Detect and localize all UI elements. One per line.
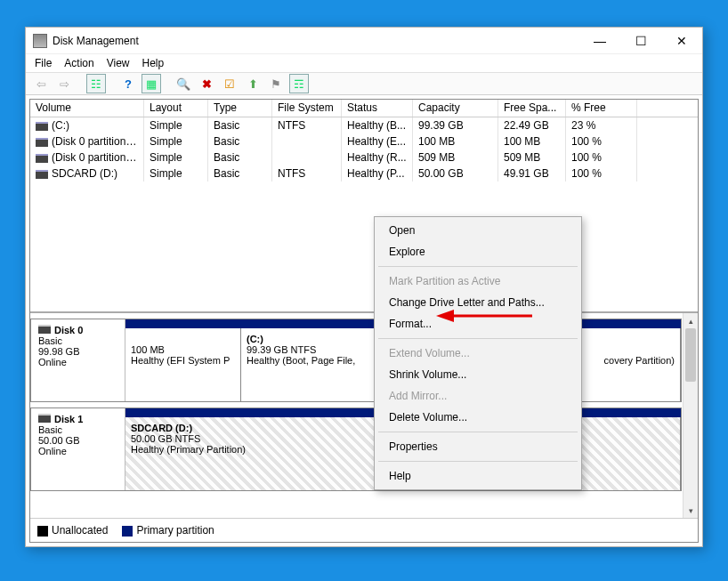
col-type[interactable]: Type bbox=[208, 100, 272, 117]
delete-icon[interactable]: ✖ bbox=[197, 74, 216, 93]
col-capacity[interactable]: Capacity bbox=[413, 100, 498, 117]
disk-1-state: Online bbox=[38, 446, 67, 456]
disk-1-type: Basic bbox=[38, 424, 62, 435]
cm-add-mirror: Add Mirror... bbox=[376, 385, 579, 407]
disk-0-label[interactable]: Disk 0 Basic 99.98 GB Online bbox=[31, 319, 125, 401]
volume-row[interactable]: (Disk 0 partition 1)SimpleBasicHealthy (… bbox=[30, 133, 698, 149]
disk-graphic-area: ▴ ▾ Disk 0 Basic 99.98 GB Online 100 MB … bbox=[30, 313, 698, 518]
table-icon[interactable]: ☷ bbox=[86, 74, 106, 93]
cm-delete[interactable]: Delete Volume... bbox=[376, 407, 579, 428]
col-fs[interactable]: File System bbox=[272, 100, 342, 117]
disk-icon bbox=[38, 414, 51, 423]
volume-row[interactable]: (Disk 0 partition 4)SimpleBasicHealthy (… bbox=[30, 149, 698, 165]
menu-view[interactable]: View bbox=[107, 57, 130, 69]
volume-icon bbox=[36, 154, 48, 163]
disk-row-0: Disk 0 Basic 99.98 GB Online 100 MB Heal… bbox=[30, 319, 682, 402]
disk-0-part-1[interactable]: 100 MB Healthy (EFI System P bbox=[125, 328, 241, 401]
disk-0-title: Disk 0 bbox=[54, 325, 83, 335]
disk-row-1: Disk 1 Basic 50.00 GB Online SDCARD (D:)… bbox=[30, 408, 682, 491]
disk-1-size: 50.00 GB bbox=[38, 435, 79, 446]
cm-sep bbox=[378, 338, 578, 339]
cm-mark-active: Mark Partition as Active bbox=[376, 270, 579, 292]
col-layout[interactable]: Layout bbox=[144, 100, 208, 117]
disk-0-size: 99.98 GB bbox=[38, 346, 79, 357]
disk-0-part-3[interactable]: covery Partition) bbox=[576, 328, 681, 401]
menu-help[interactable]: Help bbox=[142, 57, 165, 69]
cm-sep bbox=[378, 266, 578, 267]
cm-explore[interactable]: Explore bbox=[376, 241, 579, 262]
toolbar: ⇦ ⇨ ☷ ? ▦ 🔍 ✖ ☑ ⬆ ⚑ ☶ bbox=[26, 72, 702, 95]
scroll-thumb[interactable] bbox=[685, 328, 696, 382]
cm-properties[interactable]: Properties bbox=[376, 436, 579, 457]
col-pct[interactable]: % Free bbox=[566, 100, 637, 117]
flag-icon[interactable]: ⚑ bbox=[266, 74, 286, 93]
close-button[interactable]: ✕ bbox=[661, 28, 702, 54]
cm-shrink[interactable]: Shrink Volume... bbox=[376, 364, 579, 385]
find-icon[interactable]: 🔍 bbox=[174, 74, 193, 93]
cm-change-letter[interactable]: Change Drive Letter and Paths... bbox=[376, 292, 579, 313]
app-icon bbox=[33, 34, 47, 48]
volume-icon bbox=[36, 138, 48, 147]
maximize-button[interactable]: ☐ bbox=[620, 28, 661, 54]
scrollbar[interactable]: ▴ ▾ bbox=[683, 313, 698, 518]
disk-1-label[interactable]: Disk 1 Basic 50.00 GB Online bbox=[31, 408, 125, 490]
disk-0-type: Basic bbox=[38, 335, 62, 346]
cm-sep bbox=[378, 461, 578, 462]
forward-arrow-icon[interactable]: ⇨ bbox=[54, 74, 74, 93]
up-icon[interactable]: ⬆ bbox=[243, 74, 263, 93]
grid-icon[interactable]: ▦ bbox=[142, 74, 161, 93]
cm-extend: Extend Volume... bbox=[376, 343, 579, 364]
disk-icon bbox=[38, 325, 51, 334]
titlebar: Disk Management — ☐ ✕ bbox=[26, 28, 702, 54]
disk-1-title: Disk 1 bbox=[54, 414, 83, 424]
volume-row[interactable]: (C:)SimpleBasicNTFSHealthy (B...99.39 GB… bbox=[30, 117, 698, 133]
disk-management-window: Disk Management — ☐ ✕ File Action View H… bbox=[25, 27, 703, 547]
back-arrow-icon[interactable]: ⇦ bbox=[31, 74, 51, 93]
cm-help[interactable]: Help bbox=[376, 465, 579, 487]
window-title: Disk Management bbox=[53, 35, 579, 47]
volume-table: Volume Layout Type File System Status Ca… bbox=[30, 100, 698, 313]
volume-icon bbox=[36, 170, 48, 179]
col-volume[interactable]: Volume bbox=[30, 100, 144, 117]
content-pane: Volume Layout Type File System Status Ca… bbox=[29, 99, 699, 543]
col-free[interactable]: Free Spa... bbox=[498, 100, 566, 117]
cm-format[interactable]: Format... bbox=[376, 313, 579, 335]
menu-file[interactable]: File bbox=[35, 57, 52, 69]
context-menu: Open Explore Mark Partition as Active Ch… bbox=[374, 216, 582, 490]
minimize-button[interactable]: — bbox=[579, 28, 620, 54]
scroll-down-icon[interactable]: ▾ bbox=[684, 503, 698, 518]
cm-open[interactable]: Open bbox=[376, 220, 579, 241]
legend: Unallocated Primary partition bbox=[30, 518, 698, 542]
volume-row[interactable]: SDCARD (D:)SimpleBasicNTFSHealthy (P...5… bbox=[30, 165, 698, 182]
menubar: File Action View Help bbox=[26, 54, 702, 72]
cm-sep bbox=[378, 432, 578, 432]
menu-action[interactable]: Action bbox=[64, 57, 93, 69]
col-status[interactable]: Status bbox=[342, 100, 413, 117]
disk-0-state: Online bbox=[38, 357, 67, 367]
volume-header-row: Volume Layout Type File System Status Ca… bbox=[30, 100, 698, 117]
scroll-up-icon[interactable]: ▴ bbox=[684, 313, 698, 328]
list-icon[interactable]: ☶ bbox=[289, 74, 309, 93]
legend-unallocated: Unallocated bbox=[37, 524, 108, 537]
legend-primary: Primary partition bbox=[122, 524, 214, 537]
volume-icon bbox=[36, 122, 48, 131]
help-icon[interactable]: ? bbox=[118, 74, 138, 93]
check-icon[interactable]: ☑ bbox=[220, 74, 239, 93]
